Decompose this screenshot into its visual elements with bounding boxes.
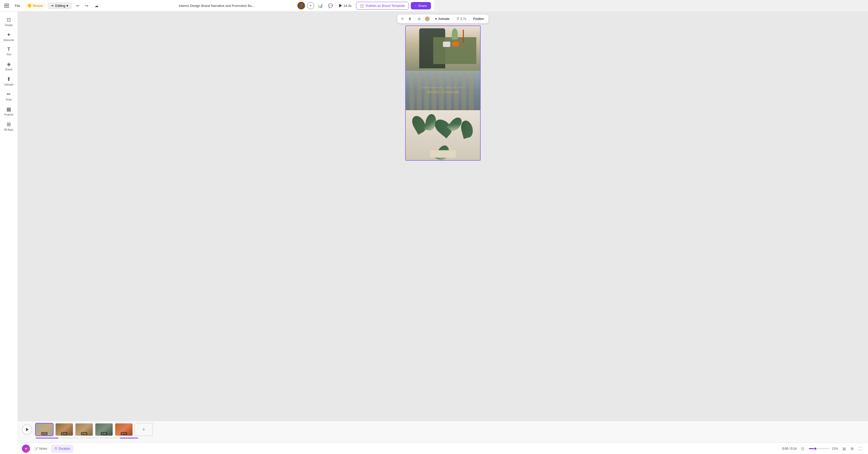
table: [433, 37, 434, 64]
photo-building: TRANSFORMING SPACES INTO Artistic Creati…: [406, 70, 434, 110]
floating-toolbar: ↻ 🗑 ⊟ ✦ Animate ⏱ 2.7s Position: [397, 15, 434, 23]
sidebar-item-apps[interactable]: ⊞ 88 Apps: [1, 119, 17, 133]
toolbar-center: Interior Design Brand Narrative and Prom…: [179, 4, 255, 8]
chair: [419, 28, 434, 68]
photo-dining: [406, 26, 434, 70]
apps-icon: ⊞: [7, 121, 11, 127]
sidebar-label-uploads: Uploads: [4, 83, 13, 86]
canvas[interactable]: TRANSFORMING SPACES INTO Artistic Creati…: [405, 26, 434, 161]
sidebar-item-projects[interactable]: ▦ Projects: [1, 104, 17, 118]
undo-button[interactable]: ↩: [74, 2, 82, 10]
rotate-icon: ↻: [401, 17, 404, 21]
resize-dot: [28, 4, 31, 7]
plant-leaves: [413, 113, 434, 153]
pot: [430, 150, 434, 158]
uploads-icon: ⬆: [7, 76, 11, 82]
toolbar-right: 👤 + 📊 💬 14.3s 📋 Publish as Brand Templat…: [298, 2, 431, 10]
sidebar-label-draw: Draw: [6, 98, 12, 101]
file-label: File: [15, 4, 20, 8]
overlay-text: TRANSFORMING SPACES INTO Artistic Creati…: [409, 86, 434, 94]
comments-icon[interactable]: 💬: [327, 2, 335, 10]
color-swatch[interactable]: [425, 16, 430, 22]
sidebar-item-uploads[interactable]: ⬆ Uploads: [1, 74, 17, 88]
sidebar-item-elements[interactable]: ✦ Elements: [1, 30, 17, 44]
editing-button[interactable]: ✏ Editing ▾: [48, 2, 72, 9]
divider-2: [424, 16, 424, 22]
publish-button[interactable]: 📋 Publish as Brand Template: [356, 2, 408, 10]
building-scene: TRANSFORMING SPACES INTO Artistic Creati…: [406, 70, 434, 110]
sidebar-item-design[interactable]: ⊡ Design: [1, 15, 17, 29]
sidebar-label-brand: Brand: [5, 68, 12, 71]
animate-button[interactable]: ✦ Animate: [432, 16, 434, 22]
resize-button[interactable]: Resize: [25, 3, 46, 9]
chevron-down-icon: ▾: [66, 4, 68, 8]
canvas-area: ↻ 🗑 ⊟ ✦ Animate ⏱ 2.7s Position: [18, 11, 434, 227]
brand-icon: ◈: [7, 61, 11, 67]
editing-label: Editing: [55, 4, 65, 8]
share-button[interactable]: ↑ Share: [411, 2, 431, 9]
design-icon: ⊡: [7, 17, 11, 23]
share-label: Share: [418, 4, 427, 8]
divider-3: [431, 16, 431, 22]
sidebar-label-design: Design: [5, 24, 13, 27]
add-collaborator-button[interactable]: +: [307, 2, 314, 9]
toolbar-left: File Resize ✏ Editing ▾ ↩ ↪ ☁: [3, 2, 101, 10]
avatar[interactable]: 👤: [298, 2, 305, 9]
photo-plant: [406, 110, 434, 160]
menu-icon[interactable]: [3, 2, 10, 9]
crop-button[interactable]: ⊟: [416, 16, 423, 22]
publish-icon: 📋: [360, 4, 364, 8]
rotate-button[interactable]: ↻: [399, 16, 406, 22]
trash-icon: 🗑: [408, 17, 411, 21]
share-icon: ↑: [415, 4, 417, 8]
plant-scene: [406, 110, 434, 160]
undo-redo-group: ↩ ↪: [74, 2, 90, 10]
timer-label: 14.3s: [344, 4, 352, 8]
top-toolbar: File Resize ✏ Editing ▾ ↩ ↪ ☁ Interior D…: [0, 0, 434, 11]
publish-label: Publish as Brand Template: [366, 4, 405, 8]
sidebar-label-elements: Elements: [4, 39, 14, 41]
redo-button[interactable]: ↪: [82, 2, 90, 10]
pencil-icon: ✏: [51, 4, 54, 8]
text-icon: T: [7, 47, 10, 52]
sidebar-label-apps: 88 Apps: [4, 128, 13, 131]
analytics-icon[interactable]: 📊: [316, 2, 324, 10]
delete-button[interactable]: 🗑: [406, 16, 413, 22]
sidebar-label-text: Text: [6, 53, 11, 56]
sidebar-item-text[interactable]: T Text: [1, 45, 17, 58]
resize-label: Resize: [33, 4, 43, 8]
avatar-initial: 👤: [299, 4, 303, 7]
left-sidebar: ⊡ Design ✦ Elements T Text ◈ Brand ⬆ Upl…: [0, 11, 18, 227]
overlay-title: Artistic Creations: [409, 89, 434, 94]
canvas-content: TRANSFORMING SPACES INTO Artistic Creati…: [406, 26, 434, 160]
file-button[interactable]: File: [12, 3, 23, 9]
draw-icon: ✏: [7, 91, 11, 97]
dining-scene: [406, 26, 434, 70]
play-button[interactable]: 14.3s: [337, 3, 354, 9]
crop-icon: ⊟: [418, 17, 421, 21]
projects-icon: ▦: [6, 106, 11, 112]
cloud-save-button[interactable]: ☁: [93, 2, 101, 10]
sidebar-label-projects: Projects: [4, 113, 13, 116]
elements-icon: ✦: [7, 32, 11, 38]
play-icon: [339, 4, 342, 7]
sidebar-item-draw[interactable]: ✏ Draw: [1, 89, 17, 103]
sidebar-item-brand[interactable]: ◈ Brand: [1, 59, 17, 73]
overlay-subtitle: TRANSFORMING SPACES INTO: [409, 86, 434, 88]
project-title: Interior Design Brand Narrative and Prom…: [179, 4, 255, 8]
